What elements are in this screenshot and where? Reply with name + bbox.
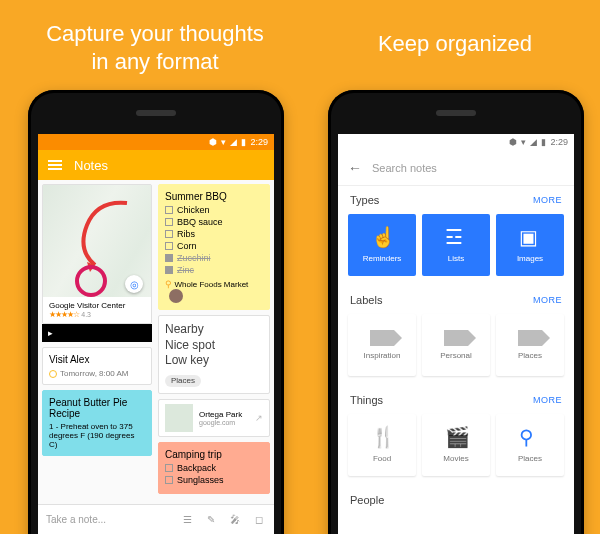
- section-things: Things MORE 🍴 Food 🎬 Movies ⚲ Places: [338, 386, 574, 486]
- note-bbq[interactable]: Summer BBQ Chicken BBQ sauce Ribs Corn Z…: [158, 184, 270, 310]
- more-link[interactable]: MORE: [533, 395, 562, 405]
- debug-icon: ⬢: [209, 137, 217, 147]
- tile-reminders[interactable]: ☝ Reminders: [348, 214, 416, 276]
- note-line: Nearby: [165, 322, 263, 338]
- tile-personal[interactable]: Personal: [422, 314, 490, 376]
- label-icon: [370, 330, 394, 346]
- debug-icon: ⬢: [509, 137, 517, 147]
- list-item: Zucchini: [177, 253, 211, 263]
- tile-movies[interactable]: 🎬 Movies: [422, 414, 490, 476]
- section-title: People: [350, 494, 384, 506]
- link-title: Ortega Park: [199, 410, 249, 419]
- battery-icon: ▮: [541, 137, 546, 147]
- list-item: Ribs: [177, 229, 195, 239]
- screen-notes: ⬢ ▾ ◢ ▮ 2:29 Notes ◎ Goog: [38, 134, 274, 534]
- section-title: Things: [350, 394, 383, 406]
- tile-images[interactable]: ▣ Images: [496, 214, 564, 276]
- pin-icon: ⚲: [165, 279, 172, 289]
- map-footer: Google Visitor Center ★★★★☆ 4.3: [43, 297, 151, 323]
- section-title: Labels: [350, 294, 382, 306]
- list-item: Corn: [177, 241, 197, 251]
- tile-label: Places: [518, 454, 542, 463]
- draw-icon[interactable]: ✎: [204, 513, 218, 527]
- note-title: Peanut Butter Pie Recipe: [49, 397, 145, 419]
- search-bar: ← Search notes: [338, 150, 574, 186]
- compose-bar: Take a note... ☰ ✎ 🎤︎ ◻︎: [38, 504, 274, 534]
- clock-text: 2:29: [250, 137, 268, 147]
- list-item: Sunglasses: [177, 475, 224, 485]
- mic-icon[interactable]: 🎤︎: [228, 513, 242, 527]
- list-icon: ☲: [445, 227, 467, 249]
- tile-label: Food: [373, 454, 391, 463]
- status-bar: ⬢ ▾ ◢ ▮ 2:29: [338, 134, 574, 150]
- note-title: Summer BBQ: [165, 191, 263, 202]
- location-text: Whole Foods Market: [175, 280, 249, 289]
- tile-label: Images: [517, 254, 543, 263]
- phone-left: ⬢ ▾ ◢ ▮ 2:29 Notes ◎ Goog: [28, 90, 284, 534]
- notes-grid: ◎ Google Visitor Center ★★★★☆ 4.3 ▸ Visi…: [38, 180, 274, 504]
- notes-toolbar: Notes: [38, 150, 274, 180]
- signal-icon: ◢: [530, 137, 537, 147]
- note-camping[interactable]: Camping trip Backpack Sunglasses: [158, 442, 270, 494]
- tile-lists[interactable]: ☲ Lists: [422, 214, 490, 276]
- section-types: Types MORE ☝ Reminders ☲ Lists ▣ Images: [338, 186, 574, 286]
- note-nearby[interactable]: Nearby Nice spot Low key Places: [158, 315, 270, 394]
- avatar: [169, 289, 183, 303]
- camera-icon[interactable]: ◻︎: [252, 513, 266, 527]
- tile-label: Places: [518, 351, 542, 360]
- search-input[interactable]: Search notes: [372, 162, 437, 174]
- battery-icon: ▮: [241, 137, 246, 147]
- clock-icon: [49, 370, 57, 378]
- section-labels: Labels MORE Inspiration Personal Places: [338, 286, 574, 386]
- tile-food[interactable]: 🍴 Food: [348, 414, 416, 476]
- label-icon: [444, 330, 468, 346]
- tag-pill: Places: [165, 375, 201, 387]
- menu-icon[interactable]: [48, 160, 62, 170]
- note-visit[interactable]: Visit Alex Tomorrow, 8:00 AM: [42, 347, 152, 385]
- rating-stars-icon: ★★★★☆: [49, 310, 79, 319]
- list-item: Chicken: [177, 205, 210, 215]
- note-line: Low key: [165, 353, 263, 369]
- note-recipe[interactable]: Peanut Butter Pie Recipe 1 - Preheat ove…: [42, 390, 152, 456]
- movie-icon: 🎬: [445, 427, 467, 449]
- my-location-icon[interactable]: ◎: [125, 275, 143, 293]
- map-rating: 4.3: [81, 311, 91, 318]
- phone-right: ⬢ ▾ ◢ ▮ 2:29 ← Search notes Types MORE ☝…: [328, 90, 584, 534]
- map-thumb: [165, 404, 193, 432]
- section-people: People: [338, 486, 574, 514]
- play-icon: ▸: [48, 328, 53, 338]
- note-title: Visit Alex: [49, 354, 145, 365]
- tile-label: Lists: [448, 254, 464, 263]
- wifi-icon: ▾: [221, 137, 226, 147]
- tile-places-thing[interactable]: ⚲ Places: [496, 414, 564, 476]
- label-icon: [518, 330, 542, 346]
- more-link[interactable]: MORE: [533, 195, 562, 205]
- signal-icon: ◢: [230, 137, 237, 147]
- phone-earpiece: [136, 110, 176, 116]
- toolbar-title: Notes: [74, 158, 108, 173]
- reminder-text: Tomorrow, 8:00 AM: [60, 369, 128, 378]
- note-body: 1 - Preheat oven to 375 degrees F (190 d…: [49, 422, 145, 449]
- note-line: Nice spot: [165, 338, 263, 354]
- note-title: Camping trip: [165, 449, 263, 460]
- note-ortega[interactable]: Ortega Park google.com ↗: [158, 399, 270, 437]
- back-icon[interactable]: ←: [348, 160, 362, 176]
- tile-inspiration[interactable]: Inspiration: [348, 314, 416, 376]
- list-item: Backpack: [177, 463, 216, 473]
- pin-icon: ⚲: [519, 427, 541, 449]
- list-icon[interactable]: ☰: [180, 513, 194, 527]
- note-map[interactable]: ◎ Google Visitor Center ★★★★☆ 4.3: [42, 184, 152, 324]
- note-photo-strip[interactable]: ▸: [42, 324, 152, 342]
- image-icon: ▣: [519, 227, 541, 249]
- tile-label: Movies: [443, 454, 468, 463]
- tile-label: Inspiration: [364, 351, 401, 360]
- status-bar: ⬢ ▾ ◢ ▮ 2:29: [38, 134, 274, 150]
- map-place-name: Google Visitor Center: [49, 301, 145, 310]
- tile-label: Reminders: [363, 254, 402, 263]
- tile-places[interactable]: Places: [496, 314, 564, 376]
- more-link[interactable]: MORE: [533, 295, 562, 305]
- compose-input[interactable]: Take a note...: [46, 514, 106, 525]
- list-item: BBQ sauce: [177, 217, 223, 227]
- wifi-icon: ▾: [521, 137, 526, 147]
- open-link-icon[interactable]: ↗: [255, 413, 263, 423]
